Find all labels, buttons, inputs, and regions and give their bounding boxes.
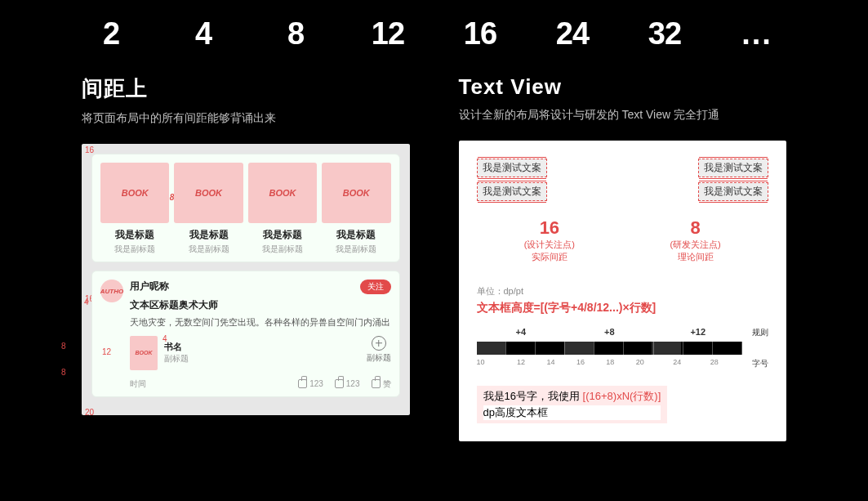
dim-bottom: 20 (85, 408, 94, 417)
add-subtitle-button[interactable]: 副标题 (367, 336, 391, 364)
scale-32: 32 (640, 16, 689, 51)
test-label: 我是测试文案 (698, 182, 768, 201)
feed-card: AUTHO 用户昵称 关注 4 文本区标题奥术大师 天地灾变，无数空间门凭空出现… (91, 271, 400, 397)
book-subtitle: 我是副标题 (322, 244, 390, 255)
thumb-icon (335, 379, 344, 388)
book-title: 我是标题 (174, 228, 243, 242)
mini-book-cover: BOOK (130, 336, 158, 370)
book-grid-card: BOOK8 我是标题 我是副标题 BOOK 我是标题 我是副标题 BOOK 我是… (91, 154, 400, 262)
test-label: 我是测试文案 (698, 159, 768, 177)
spacing-scale: 2 4 8 12 16 24 32 ... (82, 16, 786, 74)
thumb-icon (372, 379, 381, 388)
dim-top: 16 (85, 145, 94, 154)
book-cover: BOOK (174, 163, 243, 223)
test-label: 我是测试文案 (477, 159, 547, 177)
dev-gap-value: 8 (670, 217, 720, 239)
textview-panel: 我是测试文案 我是测试文案 我是测试文案 我是测试文案 16 (设计关注点) 实… (459, 141, 787, 441)
book-title: 我是标题 (100, 228, 169, 242)
right-heading: Text View (459, 74, 787, 100)
thumb-icon (298, 379, 307, 388)
avatar: AUTHO (100, 280, 123, 302)
scale-2: 2 (87, 16, 136, 51)
scale-16: 16 (456, 16, 505, 51)
unit-label: 单位：dp/pt (477, 285, 769, 297)
article-body: 天地灾变，无数空间门凭空出现。各种各样的异兽自空间门内涌出 (130, 315, 391, 329)
like-count[interactable]: 123 (335, 379, 360, 388)
follow-button[interactable]: 关注 (360, 280, 391, 294)
focus-metrics: 16 (设计关注点) 实际间距 8 (研发关注点) 理论间距 (477, 217, 769, 264)
ruler: +4 +8 +12 规则 10 12 (477, 327, 769, 369)
user-nickname: 用户昵称 (130, 280, 391, 293)
plus-icon (372, 336, 386, 351)
ruler-rule-tag: 规则 (742, 327, 768, 338)
timestamp: 时间 (130, 378, 146, 390)
book-subtitle: 我是副标题 (100, 244, 169, 255)
ruler-head-4: +4 (477, 327, 566, 338)
book-cover: BOOK (248, 163, 317, 223)
dev-gap-label1: (研发关注点) (670, 239, 720, 251)
mini-title: 书名 (164, 341, 189, 353)
book-subtitle: 我是副标题 (248, 244, 317, 255)
book-title: 我是标题 (322, 228, 390, 242)
example-text: 我是16号字，我使用 [(16+8)xN(行数)] dp高度文本框 (477, 386, 668, 423)
book-item: BOOK 我是标题 我是副标题 (248, 163, 317, 255)
feed-footer: 时间 123 123 赞 (130, 378, 391, 390)
book-cover: BOOK8 (100, 163, 169, 223)
book-item: BOOK 我是标题 我是副标题 (174, 163, 243, 255)
left-column: 间距上 将页面布局中的所有间距能够背诵出来 16 BOOK8 我是标题 我是副标… (82, 74, 410, 441)
like-label[interactable]: 赞 (372, 378, 391, 390)
design-gap-label1: (设计关注点) (524, 239, 575, 251)
mini-book: 12 BOOK 4 书名 副标题 副标题 (130, 336, 391, 370)
test-label: 我是测试文案 (477, 182, 547, 201)
scale-8: 8 (271, 16, 320, 51)
scale-12: 12 (363, 16, 412, 51)
scale-more: ... (732, 16, 781, 51)
book-title: 我是标题 (248, 228, 317, 242)
ruler-head-12: +12 (654, 327, 743, 338)
book-item: BOOK8 我是标题 我是副标题 (100, 163, 169, 255)
right-subtitle: 设计全新的布局将设计与研发的 Text View 完全打通 (459, 108, 787, 123)
formula: 文本框高度=[(字号+4/8/12...)×行数] (477, 301, 769, 315)
scale-4: 4 (179, 16, 228, 51)
spacing-demo-panel: 16 BOOK8 我是标题 我是副标题 BOOK 我是标题 我是副标题 (82, 144, 410, 415)
ruler-head-8: +8 (565, 327, 654, 338)
scale-24: 24 (548, 16, 597, 51)
book-item: BOOK 我是标题 我是副标题 (322, 163, 390, 255)
book-subtitle: 我是副标题 (174, 244, 243, 255)
design-gap-value: 16 (524, 217, 575, 239)
dev-gap-label2: 理论间距 (670, 251, 720, 263)
left-subtitle: 将页面布局中的所有间距能够背诵出来 (82, 111, 410, 126)
mini-subtitle: 副标题 (164, 353, 189, 365)
left-heading: 间距上 (82, 74, 410, 103)
right-column: Text View 设计全新的布局将设计与研发的 Text View 完全打通 … (459, 74, 787, 441)
book-cover: BOOK (322, 163, 390, 223)
article-title: 文本区标题奥术大师 (130, 298, 391, 312)
like-count[interactable]: 123 (298, 379, 323, 388)
ruler-size-tag: 字号 (729, 358, 768, 369)
design-gap-label2: 实际间距 (524, 251, 575, 263)
